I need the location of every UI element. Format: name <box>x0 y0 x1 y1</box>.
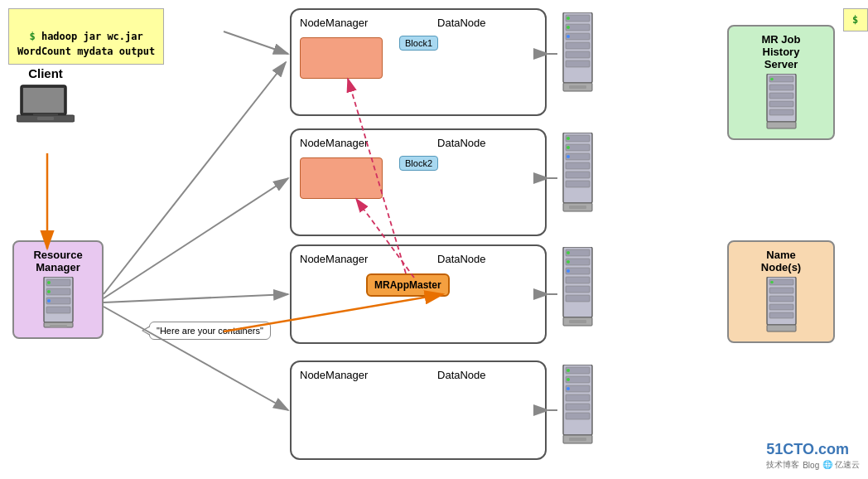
mr-job-history-label: MR JobHistoryServer <box>762 33 801 70</box>
node-panel-3: NodeManager DataNode MRAppMaster <box>290 244 547 344</box>
dollar-sign: $ <box>29 31 41 42</box>
svg-rect-74 <box>769 288 793 293</box>
svg-rect-77 <box>769 312 793 318</box>
svg-rect-36 <box>566 181 590 187</box>
svg-rect-3 <box>37 117 54 120</box>
svg-rect-70 <box>767 122 796 128</box>
svg-rect-26 <box>569 85 586 89</box>
svg-rect-50 <box>569 320 586 323</box>
svg-point-29 <box>567 137 570 140</box>
svg-point-11 <box>47 299 51 302</box>
watermark: 51CTO.com 技术博客 Blog 🌐 亿速云 <box>766 441 860 471</box>
svg-point-21 <box>567 35 570 38</box>
node1-container <box>300 37 383 79</box>
resource-manager-label: ResourceManager <box>33 249 82 273</box>
node2-container <box>300 157 383 199</box>
svg-rect-69 <box>769 109 793 115</box>
svg-line-85 <box>104 178 288 298</box>
speech-bubble-text: "Here are your containers" <box>157 326 263 336</box>
svg-rect-22 <box>566 42 590 49</box>
svg-rect-78 <box>767 325 796 331</box>
svg-point-33 <box>567 155 570 158</box>
svg-rect-60 <box>566 413 590 419</box>
node-panel-2: NodeManager DataNode Block2 <box>290 128 547 236</box>
svg-point-9 <box>47 290 51 293</box>
node3-manager-label: NodeManager <box>300 253 368 265</box>
command-box-right: $ <box>843 8 868 31</box>
watermark-tech: 技术博客 <box>766 459 799 471</box>
svg-point-43 <box>567 260 570 264</box>
watermark-sub: 技术博客 Blog 🌐 亿速云 <box>766 459 860 471</box>
svg-rect-59 <box>566 404 590 410</box>
mrapp-master-box: MRAppMaster <box>366 273 450 297</box>
svg-line-86 <box>104 294 288 302</box>
svg-point-31 <box>567 146 570 149</box>
resource-manager-server-icon <box>40 277 77 331</box>
svg-rect-47 <box>566 286 590 293</box>
svg-point-73 <box>770 281 774 284</box>
svg-point-17 <box>567 17 570 20</box>
svg-point-41 <box>567 251 570 254</box>
svg-rect-68 <box>769 101 793 107</box>
resource-manager-box: ResourceManager <box>12 240 104 339</box>
datanode-server-3 <box>559 247 596 330</box>
node3-datanode-label: DataNode <box>437 253 486 265</box>
svg-rect-58 <box>566 394 590 401</box>
name-node-label: NameNode(s) <box>761 249 801 273</box>
command-line2: WordCount mydata output <box>17 46 155 57</box>
svg-rect-48 <box>566 295 590 302</box>
svg-rect-23 <box>566 51 590 58</box>
speech-bubble: "Here are your containers" <box>149 322 271 340</box>
svg-line-95 <box>224 31 288 54</box>
node-panel-1: NodeManager DataNode Block1 <box>290 8 547 116</box>
command-line1: hadoop jar wc.jar <box>41 31 143 42</box>
svg-line-84 <box>104 62 286 294</box>
svg-rect-24 <box>566 60 590 67</box>
node4-datanode-label: DataNode <box>437 369 486 381</box>
watermark-yisu: 🌐 亿速云 <box>822 459 860 471</box>
svg-rect-62 <box>569 438 586 441</box>
node2-datanode-label: DataNode <box>437 137 486 149</box>
svg-rect-4 <box>33 114 58 116</box>
mr-job-history-server-icon <box>763 74 800 132</box>
svg-rect-46 <box>566 277 590 283</box>
svg-rect-38 <box>569 206 586 209</box>
node1-datanode-label: DataNode <box>437 17 486 29</box>
node2-manager-label: NodeManager <box>300 137 368 149</box>
node1-manager-label: NodeManager <box>300 17 368 29</box>
svg-rect-35 <box>566 172 590 178</box>
svg-rect-66 <box>769 85 793 90</box>
svg-point-57 <box>567 387 570 390</box>
svg-rect-1 <box>23 88 64 113</box>
mrapp-master-label: MRAppMaster <box>374 279 441 291</box>
svg-point-65 <box>770 78 774 81</box>
node1-block-badge: Block1 <box>399 36 438 51</box>
mr-job-history-box: MR JobHistoryServer <box>727 25 835 140</box>
client-label: Client <box>28 66 63 80</box>
svg-rect-75 <box>769 296 793 302</box>
name-node-box: NameNode(s) <box>727 240 835 343</box>
svg-rect-34 <box>566 162 590 169</box>
svg-rect-67 <box>769 93 793 99</box>
node-panel-4: NodeManager DataNode <box>290 360 547 460</box>
client-area: Client <box>17 66 75 127</box>
node2-block-badge: Block2 <box>399 156 438 171</box>
svg-point-7 <box>47 281 51 284</box>
svg-rect-12 <box>46 307 70 313</box>
svg-rect-14 <box>50 325 67 327</box>
datanode-server-1 <box>559 12 596 95</box>
name-node-server-icon <box>763 277 800 335</box>
svg-rect-76 <box>769 304 793 310</box>
svg-point-19 <box>567 26 570 29</box>
svg-point-45 <box>567 269 570 273</box>
watermark-blog: Blog <box>803 461 819 470</box>
node4-manager-label: NodeManager <box>300 369 368 381</box>
command-box: $ hadoop jar wc.jar WordCount mydata out… <box>8 8 164 65</box>
watermark-site: 51CTO.com <box>766 441 860 459</box>
datanode-server-4 <box>559 365 596 448</box>
laptop-icon <box>17 84 75 127</box>
datanode-server-2 <box>559 133 596 215</box>
svg-point-53 <box>567 369 570 372</box>
svg-point-55 <box>567 378 570 381</box>
